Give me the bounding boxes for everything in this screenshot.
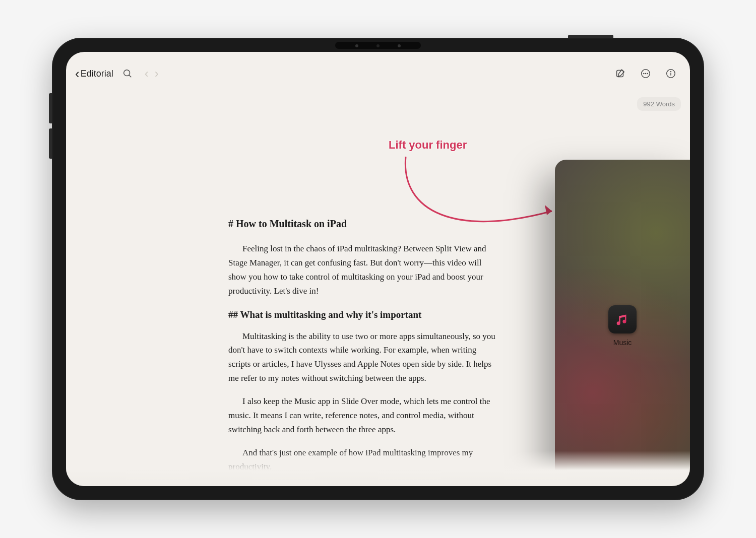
history-prev-button[interactable]: ‹ [145,66,149,81]
annotation-label: Lift your finger [389,139,467,152]
history-nav: ‹ › [145,66,159,81]
document-body[interactable]: # How to Multitask on iPad Feeling lost … [228,218,500,483]
camera-dot [376,44,380,47]
doc-paragraph: And that's just one example of how iPad … [228,446,500,474]
power-button-edge [568,35,613,38]
history-next-button[interactable]: › [155,66,159,81]
slide-over-app-label: Music [613,339,632,347]
volume-buttons-edge [49,93,52,123]
screen: ‹ Editorial ‹ › [66,52,690,486]
chevron-left-icon: ‹ [75,67,80,80]
slide-over-panel[interactable]: Music [555,160,690,486]
music-app-icon [608,305,637,333]
word-count-badge: 992 Words [637,97,681,111]
svg-point-5 [645,73,646,74]
search-icon[interactable] [120,66,135,81]
doc-paragraph: I also keep the Music app in Slide Over … [228,394,500,437]
back-button[interactable]: ‹ Editorial [75,67,113,80]
svg-point-0 [123,70,130,76]
back-label: Editorial [81,69,113,79]
info-icon[interactable] [664,66,678,81]
svg-point-9 [670,72,671,72]
svg-point-6 [647,73,648,74]
doc-paragraph: Multitasking is the ability to use two o… [228,329,500,386]
annotation-arrow [396,152,567,252]
doc-heading-2: ## What is multitasking and why it's imp… [228,309,500,320]
svg-marker-10 [545,205,552,215]
more-icon[interactable] [639,66,653,81]
svg-point-4 [644,73,644,74]
ipad-frame: ‹ Editorial ‹ › [52,38,704,500]
toolbar: ‹ Editorial ‹ › [66,52,690,95]
svg-line-1 [129,75,131,77]
compose-icon[interactable] [613,66,627,81]
